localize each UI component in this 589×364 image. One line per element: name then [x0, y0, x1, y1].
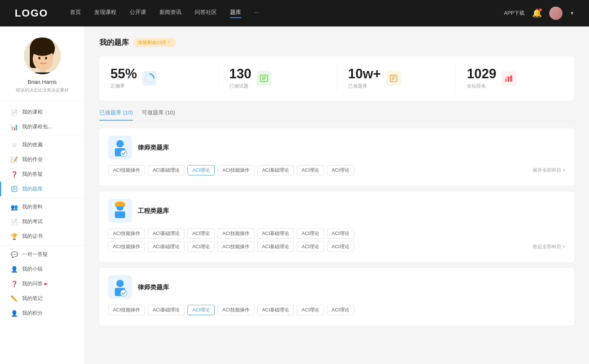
- svg-rect-23: [505, 79, 507, 82]
- bank-tag-2-7[interactable]: ACI理论: [327, 228, 354, 239]
- navbar: LOGO 首页 发现课程 公开课 新闻资讯 问答社区 题库 ··· APP下载 …: [0, 0, 589, 26]
- sidebar-item-profile[interactable]: 👥 我的资料: [0, 200, 84, 214]
- sidebar-item-certificates[interactable]: 🏆 我的证书: [0, 229, 84, 244]
- sidebar-item-groups[interactable]: 👤 我的小组: [0, 262, 84, 276]
- my-qa-dot: [44, 283, 47, 285]
- sidebar-item-exams[interactable]: 📄 我的考试: [0, 214, 84, 229]
- homework-icon: 📝: [11, 156, 18, 163]
- bank-tag-3-5[interactable]: ACI基础理论: [257, 305, 294, 315]
- stat-done-questions-icon: [257, 71, 271, 86]
- tab-done-banks[interactable]: 已做题库 (10): [99, 109, 133, 121]
- bank-card-header-lawyer-2: 律师类题库: [108, 275, 565, 299]
- stat-done-banks-value: 10w+: [348, 67, 381, 81]
- bank-tag-2-2[interactable]: ACI基础理论: [148, 228, 185, 239]
- bank-tag-3-6[interactable]: ACI理论: [297, 305, 324, 315]
- bank-card-header-lawyer-1: 律师类题库: [108, 136, 565, 159]
- svg-point-26: [116, 140, 124, 147]
- bank-expand-1[interactable]: 展开全部科目 >: [533, 167, 565, 174]
- bank-tag-3-7[interactable]: ACI理论: [327, 305, 354, 315]
- nav-menu: 首页 发现课程 公开课 新闻资讯 问答社区 题库 ···: [70, 9, 504, 18]
- nav-questionbank[interactable]: 题库: [230, 9, 241, 18]
- bank-tag-1-1[interactable]: ACI技能操作: [108, 165, 145, 175]
- stat-accuracy: 55% 正确率: [99, 64, 218, 93]
- divider-1: [0, 136, 84, 136]
- bank-tag-2-3[interactable]: ACI理论: [187, 228, 215, 239]
- avatar-svg: [24, 38, 61, 74]
- user-avatar[interactable]: [549, 7, 562, 20]
- bank-icon-lawyer-1: [108, 136, 132, 159]
- nav-discover[interactable]: 发现课程: [94, 9, 116, 18]
- divider-3: [0, 245, 84, 246]
- bank-tag-2-11[interactable]: ACI技能操作: [218, 242, 254, 252]
- stat-rank-label: 全站排名: [467, 83, 496, 89]
- bank-tag-2-10[interactable]: ACI理论: [187, 242, 215, 252]
- sidebar-item-notes[interactable]: ✏️ 我的笔记: [0, 291, 84, 306]
- nav-news[interactable]: 新闻资讯: [159, 9, 181, 18]
- svg-point-4: [30, 40, 55, 56]
- tab-available-banks[interactable]: 可做题库 (10): [142, 109, 175, 121]
- bank-title-lawyer-2: 律师类题库: [138, 283, 169, 292]
- bank-tag-1-2[interactable]: ACI基础理论: [148, 165, 185, 175]
- sidebar-item-questionbank[interactable]: 我的题库: [0, 182, 84, 196]
- bank-tag-2-8[interactable]: ACI技能操作: [108, 242, 145, 252]
- sidebar-item-my-qa[interactable]: ❓ 我的问答: [0, 276, 84, 291]
- bank-collapse-2[interactable]: 收起全部科目 >: [533, 243, 565, 250]
- divider-2: [0, 198, 84, 198]
- bank-tag-3-3[interactable]: ACI理论: [187, 305, 215, 315]
- groups-icon: 👤: [11, 266, 18, 272]
- bank-tags-row-2a: ACI技能操作 ACI基础理论 ACI理论 ACI技能操作 ACI基础理论 AC…: [108, 228, 565, 239]
- bank-tag-1-3[interactable]: ACI理论: [187, 165, 215, 175]
- sidebar-item-favorites[interactable]: ☆ 我的收藏: [0, 138, 84, 152]
- app-download-link[interactable]: APP下载: [504, 10, 525, 17]
- questionbank-icon: [11, 186, 18, 192]
- bank-tag-1-4[interactable]: ACI技能操作: [218, 165, 254, 175]
- sidebar-item-homework[interactable]: 📝 我的作业: [0, 152, 84, 167]
- navbar-right: APP下载 🔔 ▼: [504, 7, 574, 20]
- bank-tag-2-6[interactable]: ACI理论: [297, 228, 324, 239]
- bank-tags-row-2b: ACI技能操作 ACI基础理论 ACI理论 ACI技能操作 ACI基础理论 AC…: [108, 242, 565, 252]
- user-menu-chevron[interactable]: ▼: [570, 11, 574, 16]
- my-qa-icon: ❓: [11, 281, 18, 287]
- exams-icon: 📄: [11, 218, 18, 225]
- nav-home[interactable]: 首页: [70, 9, 81, 18]
- bank-tag-1-6[interactable]: ACI理论: [297, 165, 324, 175]
- nav-more[interactable]: ···: [254, 9, 259, 18]
- profile-avatar: [24, 38, 61, 74]
- sidebar-item-points[interactable]: 👤 我的积分: [0, 306, 84, 321]
- notification-bell[interactable]: 🔔: [532, 8, 542, 18]
- bank-tag-2-1[interactable]: ACI技能操作: [108, 228, 145, 239]
- courses-icon: 📄: [11, 109, 18, 115]
- sidebar-item-qa[interactable]: ❓ 我的答疑: [0, 167, 84, 182]
- stats-row: 55% 正确率 130 已做试题: [99, 56, 574, 100]
- stat-done-questions: 130 已做试题: [218, 64, 337, 93]
- bank-icon-engineer: [108, 199, 132, 222]
- sidebar-item-1on1-qa[interactable]: 💬 一对一答疑: [0, 247, 84, 262]
- bank-title-engineer: 工程类题库: [138, 207, 169, 215]
- stat-done-questions-label: 已做试题: [229, 83, 251, 89]
- page-container: Brian Harris 错误的决定比没有决定要好 📄 我的课程 📊 我的课程包…: [0, 26, 589, 364]
- bank-tag-1-5[interactable]: ACI基础理论: [257, 165, 294, 175]
- bank-tag-2-4[interactable]: ACI技能操作: [218, 228, 254, 239]
- svg-point-35: [120, 290, 127, 296]
- nav-opencourse[interactable]: 公开课: [130, 9, 146, 18]
- bank-tag-3-2[interactable]: ACI基础理论: [148, 305, 185, 315]
- nav-qa[interactable]: 问答社区: [195, 9, 217, 18]
- bank-tag-2-13[interactable]: ACI理论: [297, 242, 324, 252]
- bank-tag-2-12[interactable]: ACI基础理论: [257, 242, 294, 252]
- stat-rank: 1029 全站排名: [456, 64, 574, 93]
- sidebar-profile: Brian Harris 错误的决定比没有决定要好: [0, 38, 84, 101]
- bank-tag-2-5[interactable]: ACI基础理论: [257, 228, 294, 239]
- page-header: 我的题库 体验剩余23天！: [99, 38, 574, 47]
- bank-tag-2-14[interactable]: ACI理论: [327, 242, 354, 252]
- bank-tag-3-1[interactable]: ACI技能操作: [108, 305, 145, 315]
- bank-tag-2-9[interactable]: ACI基础理论: [148, 242, 185, 252]
- stat-done-banks: 10w+ 已做题库: [337, 64, 456, 93]
- avatar-image: [549, 7, 562, 20]
- sidebar-item-courses[interactable]: 📄 我的课程: [0, 105, 84, 119]
- bank-tag-3-4[interactable]: ACI技能操作: [218, 305, 254, 315]
- sidebar-item-course-packages[interactable]: 📊 我的课程包...: [0, 119, 84, 134]
- bank-tag-1-7[interactable]: ACI理论: [327, 165, 354, 175]
- stat-rank-icon: [501, 71, 516, 86]
- bank-card-lawyer-2: 律师类题库 ACI技能操作 ACI基础理论 ACI理论 ACI技能操作 ACI基…: [99, 268, 574, 325]
- qa-icon: ❓: [11, 171, 18, 178]
